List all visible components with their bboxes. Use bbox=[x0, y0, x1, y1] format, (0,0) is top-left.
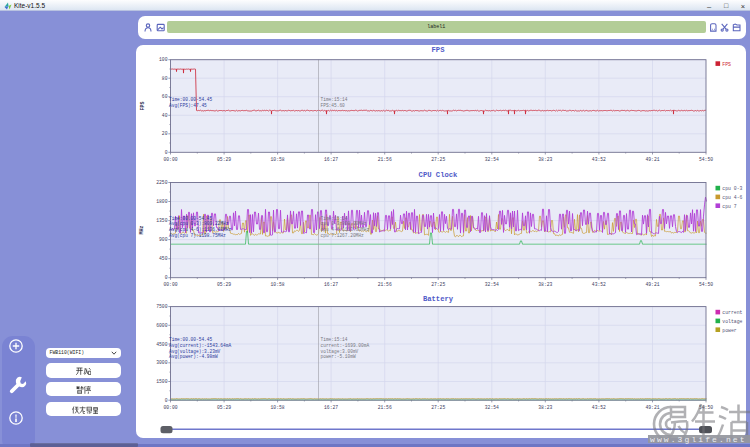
svg-text:900: 900 bbox=[159, 237, 168, 242]
svg-text:0: 0 bbox=[165, 150, 168, 155]
svg-text:43:52: 43:52 bbox=[592, 157, 606, 162]
svg-text:Avg(cpu 4-6):1136.40MHz: Avg(cpu 4-6):1136.40MHz bbox=[169, 227, 231, 232]
svg-text:32:54: 32:54 bbox=[485, 157, 499, 162]
svg-text:Avg(FPS):47.45: Avg(FPS):47.45 bbox=[169, 103, 207, 108]
svg-text:54:50: 54:50 bbox=[699, 282, 713, 287]
svg-text:49:21: 49:21 bbox=[645, 157, 659, 162]
svg-text:cpu 0-3: cpu 0-3 bbox=[722, 186, 742, 191]
svg-text:MHz: MHz bbox=[140, 226, 146, 235]
svg-text:voltage:3.00mV: voltage:3.00mV bbox=[321, 349, 359, 354]
svg-text:cpu 0-3:800.00MHz: cpu 0-3:800.00MHz bbox=[321, 221, 367, 226]
svg-text:current:-1699.00mA: current:-1699.00mA bbox=[321, 343, 370, 348]
svg-text:Avg(current):-1543.64mA: Avg(current):-1543.64mA bbox=[169, 343, 231, 348]
svg-text:21:56: 21:56 bbox=[378, 282, 392, 287]
svg-text:cpu 4-6:1113.60MHz: cpu 4-6:1113.60MHz bbox=[321, 227, 370, 232]
svg-text:Avg(voltage):3.23mV: Avg(voltage):3.23mV bbox=[169, 349, 221, 354]
svg-text:power:-5.10mW: power:-5.10mW bbox=[321, 354, 356, 359]
svg-text:49:21: 49:21 bbox=[645, 282, 659, 287]
svg-text:60: 60 bbox=[162, 94, 168, 99]
svg-text:4500: 4500 bbox=[156, 342, 167, 347]
svg-text:00:00: 00:00 bbox=[163, 282, 177, 287]
svg-text:Time:00.00-54.45: Time:00.00-54.45 bbox=[169, 97, 213, 102]
svg-text:7500: 7500 bbox=[156, 304, 167, 309]
svg-text:16:27: 16:27 bbox=[324, 282, 338, 287]
svg-text:32:54: 32:54 bbox=[485, 282, 499, 287]
svg-text:1500: 1500 bbox=[156, 379, 167, 384]
svg-text:6000: 6000 bbox=[156, 323, 167, 328]
svg-text:00:00: 00:00 bbox=[163, 405, 177, 410]
svg-text:CPU Clock: CPU Clock bbox=[419, 171, 459, 179]
svg-text:cpu 4-6: cpu 4-6 bbox=[722, 195, 742, 200]
svg-text:54:50: 54:50 bbox=[699, 157, 713, 162]
svg-text:Time:00.00-54.45: Time:00.00-54.45 bbox=[169, 216, 213, 221]
svg-text:21:56: 21:56 bbox=[378, 157, 392, 162]
svg-text:10:58: 10:58 bbox=[271, 405, 285, 410]
svg-text:2250: 2250 bbox=[156, 180, 167, 185]
svg-text:3000: 3000 bbox=[156, 360, 167, 365]
svg-text:Time:15:14: Time:15:14 bbox=[321, 216, 348, 221]
svg-text:10:58: 10:58 bbox=[271, 157, 285, 162]
svg-text:38:23: 38:23 bbox=[538, 157, 552, 162]
svg-text:38:23: 38:23 bbox=[538, 282, 552, 287]
svg-text:05:29: 05:29 bbox=[217, 282, 231, 287]
svg-text:FPS: FPS bbox=[432, 46, 446, 54]
svg-text:0: 0 bbox=[165, 275, 168, 280]
svg-text:27:25: 27:25 bbox=[431, 405, 445, 410]
svg-text:80: 80 bbox=[162, 76, 168, 81]
svg-text:Avg(cpu 7):1198.75MHz: Avg(cpu 7):1198.75MHz bbox=[169, 233, 226, 238]
svg-text:20: 20 bbox=[162, 131, 168, 136]
svg-text:05:29: 05:29 bbox=[217, 405, 231, 410]
svg-text:1800: 1800 bbox=[156, 199, 167, 204]
svg-text:FPS: FPS bbox=[722, 62, 731, 67]
svg-text:38:23: 38:23 bbox=[538, 405, 552, 410]
svg-text:10:58: 10:58 bbox=[271, 282, 285, 287]
svg-text:0: 0 bbox=[165, 398, 168, 403]
svg-text:FPS: FPS bbox=[140, 101, 146, 110]
svg-text:Time:00.00-54.45: Time:00.00-54.45 bbox=[169, 337, 213, 342]
svg-text:Avg(cpu 0-3):809.22MHz: Avg(cpu 0-3):809.22MHz bbox=[169, 221, 229, 226]
svg-text:Avg(power):-4.98mW: Avg(power):-4.98mW bbox=[169, 354, 218, 359]
svg-text:Time:15:14: Time:15:14 bbox=[321, 337, 348, 342]
svg-text:voltage: voltage bbox=[722, 319, 742, 324]
svg-text:Battery: Battery bbox=[423, 295, 454, 303]
svg-text:40: 40 bbox=[162, 113, 168, 118]
svg-text:43:52: 43:52 bbox=[592, 405, 606, 410]
svg-text:1350: 1350 bbox=[156, 218, 167, 223]
svg-text:16:27: 16:27 bbox=[324, 405, 338, 410]
svg-text:current: current bbox=[722, 310, 742, 315]
svg-text:cpu 7: cpu 7 bbox=[722, 204, 737, 209]
svg-text:Time:15:14: Time:15:14 bbox=[321, 97, 348, 102]
svg-text:450: 450 bbox=[159, 256, 168, 261]
svg-text:16:27: 16:27 bbox=[324, 157, 338, 162]
svg-text:21:56: 21:56 bbox=[378, 405, 392, 410]
svg-text:05:29: 05:29 bbox=[217, 157, 231, 162]
svg-text:power: power bbox=[722, 328, 737, 333]
svg-text:100: 100 bbox=[159, 57, 168, 62]
svg-text:cpu 7:1267.20MHz: cpu 7:1267.20MHz bbox=[321, 233, 365, 238]
svg-text:43:52: 43:52 bbox=[592, 282, 606, 287]
svg-text:27:25: 27:25 bbox=[431, 157, 445, 162]
svg-text:32:54: 32:54 bbox=[485, 405, 499, 410]
svg-text:00:00: 00:00 bbox=[163, 157, 177, 162]
svg-text:27:25: 27:25 bbox=[431, 282, 445, 287]
svg-text:FPS:45.60: FPS:45.60 bbox=[321, 103, 346, 108]
